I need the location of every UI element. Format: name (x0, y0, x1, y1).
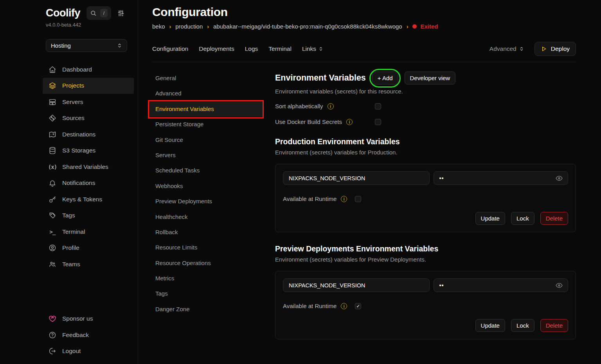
sidebar-item-terminal[interactable]: >_ Terminal (43, 224, 134, 240)
breadcrumb-resource[interactable]: abubakar--meigag/vid-tube-beko-pro:main-… (213, 23, 402, 30)
sidebar-item-label: Tags (62, 212, 75, 219)
sidebar-item-label: Servers (62, 99, 83, 106)
var-value-wrap (434, 171, 569, 185)
subnav-general[interactable]: General (149, 71, 263, 86)
lock-button[interactable]: Lock (511, 319, 534, 332)
sidebar-item-profile[interactable]: Profile (43, 240, 134, 256)
sidebar-item-destinations[interactable]: Destinations (43, 126, 134, 143)
sidebar-item-sponsor-us[interactable]: Sponsor us (43, 311, 134, 327)
search-button[interactable]: / (86, 6, 111, 20)
delete-button[interactable]: Delete (540, 319, 568, 332)
info-icon: i (327, 103, 334, 109)
user-circle-icon (48, 244, 57, 252)
help-circle-icon (48, 331, 57, 339)
app-version: v4.0.0-beta.442 (46, 22, 134, 28)
developer-view-button[interactable]: Developer view (405, 72, 456, 84)
sidebar-item-logout[interactable]: Logout (43, 343, 134, 360)
docker-build-secrets-checkbox[interactable] (375, 119, 381, 125)
terminal-icon: >_ (48, 229, 57, 235)
info-icon: i (341, 303, 347, 309)
var-name-input[interactable] (283, 278, 430, 292)
eye-icon[interactable] (555, 282, 563, 289)
subnav-servers[interactable]: Servers (149, 148, 263, 163)
sidebar-item-sources[interactable]: Sources (43, 110, 134, 127)
subnav-preview-deployments[interactable]: Preview Deployments (149, 194, 263, 209)
subnav-advanced[interactable]: Advanced (149, 86, 263, 101)
env-vars-panel: Environment Variables + Add Developer vi… (275, 71, 576, 364)
subnav-rollback[interactable]: Rollback (149, 225, 263, 240)
tab-deployments[interactable]: Deployments (199, 45, 234, 52)
subnav-resource-operations[interactable]: Resource Operations (149, 256, 263, 271)
sidebar-item-feedback[interactable]: Feedback (43, 327, 134, 343)
sidebar-item-keys-tokens[interactable]: Keys & Tokens (43, 191, 134, 208)
tab-terminal[interactable]: Terminal (268, 45, 292, 52)
sidebar-item-teams[interactable]: Teams (43, 256, 134, 273)
sidebar-item-projects[interactable]: Projects (43, 78, 134, 94)
subnav-persistent-storage[interactable]: Persistent Storage (149, 117, 263, 132)
sidebar-item-servers[interactable]: Servers (43, 94, 134, 110)
add-button[interactable]: + Add (372, 72, 398, 84)
update-button[interactable]: Update (475, 212, 505, 225)
info-icon: i (346, 119, 353, 125)
database-icon (48, 147, 57, 154)
sort-alphabetically-checkbox[interactable] (375, 103, 381, 109)
team-select[interactable]: Hosting (46, 39, 127, 52)
docker-build-secrets-label: Use Docker Build Secrets (275, 118, 342, 125)
map-icon (48, 131, 57, 138)
update-button[interactable]: Update (475, 319, 505, 332)
slash-key-hint: / (100, 9, 108, 17)
subnav-label: Environment Variables (155, 106, 214, 112)
subnav-scheduled-tasks[interactable]: Scheduled Tasks (149, 163, 263, 178)
available-at-runtime-label: Available at Runtime (283, 303, 336, 309)
sidebar-item-label: Notifications (62, 179, 95, 186)
eye-icon[interactable] (555, 174, 563, 182)
preview-section-subtitle: Environment (secrets) variables for Prev… (275, 256, 576, 263)
available-at-runtime-checkbox[interactable] (355, 196, 361, 202)
env-var-card-preview: Available at Runtime i ✓ Update Lock Del… (275, 271, 576, 339)
sidebar-item-s3-storages[interactable]: S3 Storages (43, 143, 134, 159)
tab-links[interactable]: Links (302, 45, 323, 52)
sidebar-item-tags[interactable]: Tags (43, 208, 134, 224)
subnav-git-source[interactable]: Git Source (149, 133, 263, 148)
sidebar-item-dashboard[interactable]: Dashboard (43, 61, 134, 78)
lock-button[interactable]: Lock (511, 212, 534, 225)
settings-sliders-icon[interactable] (117, 9, 124, 17)
subnav-tags[interactable]: Tags (149, 286, 263, 301)
deploy-button[interactable]: Deploy (534, 42, 576, 56)
subnav-webhooks[interactable]: Webhooks (149, 179, 263, 194)
tab-logs[interactable]: Logs (245, 45, 258, 52)
coolify-app: Coolify / v4.0.0-beta.442 Hosting Dashbo… (0, 0, 601, 364)
status-dot-icon (412, 24, 417, 29)
subnav-resource-limits[interactable]: Resource Limits (149, 240, 263, 255)
sidebar-item-shared-variables[interactable]: (x) Shared Variables (43, 159, 134, 175)
chevron-updown-icon (519, 47, 524, 51)
var-name-input[interactable] (283, 171, 430, 185)
search-icon (90, 10, 97, 16)
sidebar-item-label: Keys & Tokens (62, 196, 102, 203)
breadcrumb-environment[interactable]: production (175, 23, 203, 30)
panel-subtitle: Environment variables (secrets) for this… (275, 88, 576, 95)
subnav-healthcheck[interactable]: Healthcheck (149, 210, 263, 225)
subnav-metrics[interactable]: Metrics (149, 271, 263, 286)
app-logo: Coolify (46, 7, 80, 19)
panel-head: Environment Variables + Add Developer vi… (275, 72, 576, 84)
tab-configuration[interactable]: Configuration (152, 45, 188, 52)
var-row (283, 278, 568, 292)
delete-button[interactable]: Delete (540, 212, 568, 225)
breadcrumb-project[interactable]: beko (152, 23, 165, 30)
subnav-danger-zone[interactable]: Danger Zone (149, 302, 263, 317)
info-icon: i (341, 196, 347, 202)
sort-alphabetically-row: Sort alphabetically i (275, 103, 576, 109)
add-button-wrap: + Add (372, 72, 398, 84)
server-icon (48, 98, 57, 106)
advanced-dropdown[interactable]: Advanced (489, 45, 524, 52)
sidebar-item-notifications[interactable]: Notifications (43, 175, 134, 192)
available-at-runtime-checkbox[interactable]: ✓ (355, 303, 361, 309)
sidebar: Coolify / v4.0.0-beta.442 Hosting Dashbo… (0, 0, 138, 364)
docker-build-secrets-row: Use Docker Build Secrets i (275, 118, 576, 125)
sidebar-item-label: Projects (62, 82, 84, 89)
subnav-environment-variables[interactable]: Environment Variables (149, 102, 263, 117)
logo-row: Coolify / (46, 6, 134, 20)
var-value-input[interactable] (434, 171, 569, 185)
var-value-input[interactable] (434, 278, 569, 292)
